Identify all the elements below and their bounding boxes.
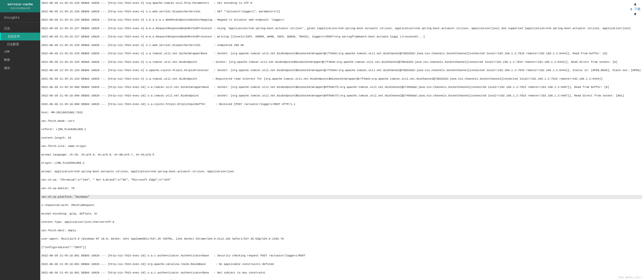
sidebar-item-mapping[interactable]: 映射 bbox=[0, 56, 40, 64]
log-line: content-length: 26 bbox=[41, 136, 642, 140]
log-line: origin: LINK_PLACEHOLDER_2 bbox=[41, 161, 642, 165]
log-line: sec-fetch-dest: empty bbox=[41, 229, 642, 233]
sidebar-nav: 日志 日志文件 日志配置 JVM 映射 缓存 bbox=[0, 22, 40, 74]
log-line: 2022-08-30 21:45:15.229 DEBUG 10820 --- … bbox=[41, 43, 642, 47]
log-line: 2022-08-30 21:45:18.091 DEBUG 10820 --- … bbox=[41, 271, 642, 275]
log-line: x-requested-with: XMLHttpRequest bbox=[41, 203, 642, 207]
log-line: 2022-08-30 21:45:15.227 DEBUG 10820 --- … bbox=[41, 26, 642, 31]
log-line: accept: application/vnd.spring-boot.actu… bbox=[41, 170, 642, 174]
main-content: ▲ ⬇ ↓下载 ▼ 2022-08-30 21:45:15.226 DEBUG … bbox=[40, 0, 644, 280]
top-right-controls: ▲ ⬇ ↓下载 ▼ bbox=[630, 2, 640, 16]
log-line: referer: LINK_PLACEHOLDER_1 bbox=[41, 127, 642, 132]
log-line: sec-fetch-site: same-origin bbox=[41, 144, 642, 148]
sidebar-insights-label: Insights bbox=[0, 12, 40, 22]
log-line: sec-ch-ua: "Chromium";v="104", " Not A;B… bbox=[41, 178, 642, 182]
watermark: CSDN @Adda_Cheri bbox=[618, 276, 642, 279]
log-line: 2022-08-30 21:45:15.226 DEBUG 10820 --- … bbox=[41, 18, 642, 22]
app-id: 2e113c00a4d5 bbox=[3, 7, 37, 10]
log-line: 2022-08-30 21:45:15.226 DEBUG 10820 --- … bbox=[41, 10, 642, 14]
log-line: accept-language: zh-CN, zh;q=0.9, en;q=0… bbox=[41, 153, 642, 157]
download-label: ↓下载 bbox=[633, 7, 640, 11]
log-line: 2022-08-30 21:45:15.229 DEBUG 10820 --- … bbox=[41, 60, 642, 64]
log-content-area[interactable]: 2022-08-30 21:45:15.226 DEBUG 10820 --- … bbox=[40, 0, 644, 280]
sidebar-item-log-config[interactable]: 日志配置 bbox=[0, 40, 40, 48]
log-line: accept-encoding: gzip, deflate, br bbox=[41, 212, 642, 216]
download-icon: ⬇ bbox=[630, 8, 632, 11]
log-line: user-agent: Mozilla/5.0 (Windows NT 10.0… bbox=[41, 237, 642, 241]
log-line: 2022-08-30 21:45:15.229 DEBUG 10820 --- … bbox=[41, 51, 642, 56]
log-line: host: MM-20210922002:7015 bbox=[41, 110, 642, 115]
sidebar-item-log-files[interactable]: 日志文件 bbox=[0, 33, 40, 40]
log-line: Content-Type: application/json;charset=U… bbox=[41, 220, 642, 224]
log-line: 2022-08-30 21:45:18.090 DEBUG 10820 --- … bbox=[41, 85, 642, 89]
log-line: 2022-08-30 21:45:18.090 DEBUG 10820 --- … bbox=[41, 94, 642, 98]
log-line: 2022-08-30 21:45:18.091 DEBUG 10820 --- … bbox=[41, 254, 642, 258]
sidebar-item-jvm[interactable]: JVM bbox=[0, 48, 40, 56]
log-line: {"configuredLevel":"INFO"}] bbox=[41, 245, 642, 250]
sidebar-item-cache[interactable]: 缓存 bbox=[0, 64, 40, 72]
sidebar: service-cache 2e113c00a4d5 Insights 日志 日… bbox=[0, 0, 40, 280]
app-name: service-cache bbox=[3, 3, 37, 6]
log-line: 2022-08-30 21:45:15.227 DEBUG 10820 --- … bbox=[41, 35, 642, 39]
sidebar-header: service-cache 2e113c00a4d5 bbox=[0, 0, 40, 12]
log-line: 2022-08-30 21:45:18.091 DEBUG 10820 --- … bbox=[41, 262, 642, 266]
log-line: sec-ch-ua-mobile: ?0 bbox=[41, 186, 642, 191]
log-line: sec-fetch-mode: cors bbox=[41, 119, 642, 123]
log-line: 2022-08-30 21:45:15.226 DEBUG 10820 --- … bbox=[41, 1, 642, 5]
download-button[interactable]: ⬇ ↓下载 bbox=[630, 7, 640, 11]
scroll-top-button[interactable]: ▲ bbox=[633, 2, 637, 6]
log-line: sec-ch-ua-platform: "Windows" bbox=[41, 195, 642, 199]
sidebar-item-logs[interactable]: 日志 bbox=[0, 24, 40, 33]
log-line: 2022-08-30 21:45:15.229 DEBUG 10820 --- … bbox=[41, 77, 642, 81]
log-line: 2022-08-30 21:45:18.090 DEBUG 10820 --- … bbox=[41, 102, 642, 106]
log-line: 2022-08-30 21:45:18.091 DEBUG 10820 --- … bbox=[41, 279, 642, 280]
log-line: 2022-08-30 21:45:15.229 DEBUG 10820 --- … bbox=[41, 68, 642, 73]
scroll-bottom-button[interactable]: ▼ bbox=[633, 12, 637, 16]
